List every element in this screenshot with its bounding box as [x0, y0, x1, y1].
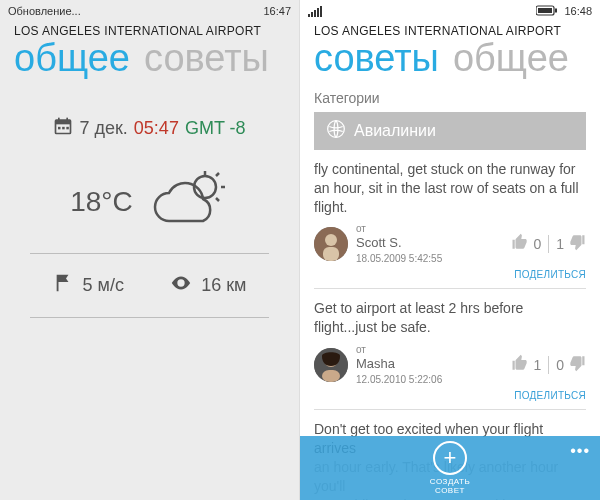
divider [30, 253, 269, 254]
create-tip-button[interactable]: + СОЗДАТЬ СОВЕТ [430, 441, 470, 496]
screen-general: Обновление... 16:47 LOS ANGELES INTERNAT… [0, 0, 300, 500]
tip-meta: от Masha 12.05.2010 5:22:06 1 0 [314, 343, 586, 386]
vote-controls: 1 0 [511, 354, 586, 375]
svg-rect-20 [555, 8, 557, 12]
date-row: 7 дек. 05:47 GMT -8 [30, 116, 269, 141]
svg-rect-15 [314, 10, 316, 17]
wind-value: 5 м/с [83, 275, 124, 296]
upvote-count: 1 [533, 357, 541, 373]
svg-point-23 [325, 234, 337, 246]
pivot-tabs: советы общее [300, 38, 600, 80]
plus-icon: + [433, 441, 467, 475]
tip-text: Get to airport at least 2 hrs before fli… [314, 299, 586, 337]
status-time: 16:48 [564, 5, 592, 17]
wind-visibility-row: 5 м/с 16 км [30, 272, 269, 299]
tip-date: 18.05.2009 5:42:55 [356, 252, 442, 265]
tab-tips[interactable]: советы [144, 38, 269, 80]
downvote-count: 0 [556, 357, 564, 373]
from-label: от [356, 222, 442, 235]
vote-controls: 0 1 [511, 233, 586, 254]
signal-icon [308, 6, 322, 17]
category-name: Авиалинии [354, 122, 436, 140]
wind-item: 5 м/с [53, 272, 124, 299]
svg-line-10 [216, 173, 219, 176]
tab-general[interactable]: общее [14, 38, 130, 80]
app-bar: + СОЗДАТЬ СОВЕТ ••• [300, 436, 600, 500]
svg-rect-27 [322, 370, 340, 382]
temperature-value: 18°C [70, 186, 133, 218]
thumbs-down-icon[interactable] [568, 354, 586, 375]
date-label: 7 дек. [79, 118, 127, 139]
airline-icon [326, 119, 346, 143]
create-tip-label: СОЗДАТЬ СОВЕТ [430, 478, 470, 496]
general-content: 7 дек. 05:47 GMT -8 18°C [0, 80, 299, 318]
avatar [314, 227, 348, 261]
thumbs-up-icon[interactable] [511, 354, 529, 375]
upvote-count: 0 [533, 236, 541, 252]
svg-rect-6 [67, 127, 70, 129]
status-time: 16:47 [263, 5, 291, 17]
visibility-value: 16 км [201, 275, 246, 296]
svg-point-21 [328, 120, 345, 137]
share-link[interactable]: ПОДЕЛИТЬСЯ [314, 388, 586, 410]
tab-tips[interactable]: советы [314, 38, 439, 80]
share-link[interactable]: ПОДЕЛИТЬСЯ [314, 267, 586, 289]
divider [30, 317, 269, 318]
battery-icon [536, 5, 558, 18]
svg-line-11 [216, 198, 219, 201]
svg-rect-14 [311, 12, 313, 17]
calendar-icon [53, 116, 73, 141]
tip-item: Get to airport at least 2 hrs before fli… [314, 299, 586, 410]
svg-rect-2 [58, 117, 60, 121]
tip-item: fly continental, get stuck on the runway… [314, 160, 586, 290]
svg-rect-17 [320, 6, 322, 17]
local-time: 05:47 [134, 118, 179, 139]
downvote-count: 1 [556, 236, 564, 252]
category-chip[interactable]: Авиалинии [314, 112, 586, 150]
pivot-tabs: общее советы [0, 38, 299, 80]
svg-rect-19 [538, 8, 552, 13]
avatar [314, 348, 348, 382]
weather-icon [151, 169, 229, 235]
tab-general[interactable]: общее [453, 38, 569, 80]
flag-icon [53, 272, 75, 299]
status-text: Обновление... [8, 5, 81, 17]
tip-text: fly continental, get stuck on the runway… [314, 160, 586, 217]
gmt-offset: GMT -8 [185, 118, 246, 139]
categories-label: Категории [314, 90, 586, 106]
page-title: LOS ANGELES INTERNATIONAL AIRPORT [0, 22, 299, 38]
tip-author: Masha [356, 356, 442, 373]
visibility-item: 16 км [169, 272, 246, 299]
screen-tips: 16:48 LOS ANGELES INTERNATIONAL AIRPORT … [300, 0, 600, 500]
status-bar: 16:48 [300, 0, 600, 22]
tip-author: Scott S. [356, 235, 442, 252]
svg-rect-13 [308, 14, 310, 17]
more-button[interactable]: ••• [570, 442, 590, 460]
tip-date: 12.05.2010 5:22:06 [356, 373, 442, 386]
svg-rect-4 [58, 127, 61, 129]
svg-rect-24 [323, 247, 339, 261]
svg-rect-5 [63, 127, 65, 129]
svg-rect-1 [56, 120, 71, 124]
thumbs-down-icon[interactable] [568, 233, 586, 254]
eye-icon [169, 272, 193, 299]
svg-rect-3 [67, 117, 69, 121]
svg-point-12 [179, 281, 183, 285]
page-title: LOS ANGELES INTERNATIONAL AIRPORT [300, 22, 600, 38]
svg-rect-16 [317, 8, 319, 17]
temperature-row: 18°C [30, 169, 269, 235]
thumbs-up-icon[interactable] [511, 233, 529, 254]
tip-meta: от Scott S. 18.05.2009 5:42:55 0 1 [314, 222, 586, 265]
from-label: от [356, 343, 442, 356]
status-bar: Обновление... 16:47 [0, 0, 299, 22]
